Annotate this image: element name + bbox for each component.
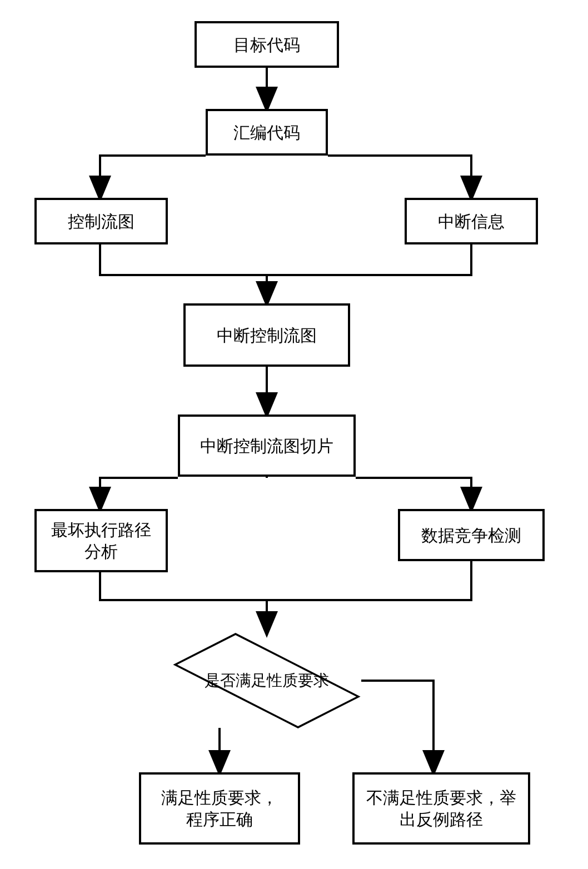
node-label: 不满足性质要求，举 出反例路径 xyxy=(366,787,516,830)
node-label: 中断控制流图切片 xyxy=(200,435,333,457)
node-interrupt-cfg: 中断控制流图 xyxy=(183,303,350,367)
node-label: 满足性质要求， 程序正确 xyxy=(161,787,278,830)
node-result-correct: 满足性质要求， 程序正确 xyxy=(139,772,300,845)
node-interrupt-info: 中断信息 xyxy=(405,198,538,244)
node-assembly-code: 汇编代码 xyxy=(206,109,328,156)
node-label: 控制流图 xyxy=(68,211,134,232)
node-data-race-detection: 数据竞争检测 xyxy=(398,509,545,561)
node-label: 中断控制流图 xyxy=(217,324,317,346)
node-label: 中断信息 xyxy=(438,211,505,232)
node-interrupt-cfg-slice: 中断控制流图切片 xyxy=(178,414,356,477)
node-label: 目标代码 xyxy=(233,34,300,56)
node-target-code: 目标代码 xyxy=(195,21,339,68)
node-label: 最坏执行路径 分析 xyxy=(51,519,151,562)
node-result-counterexample: 不满足性质要求，举 出反例路径 xyxy=(352,772,530,845)
node-decision-property: 是否满足性质要求 xyxy=(172,633,361,728)
node-label: 汇编代码 xyxy=(233,122,300,143)
node-label: 是否满足性质要求 xyxy=(205,670,329,691)
node-label: 数据竞争检测 xyxy=(421,525,521,546)
node-control-flow-graph: 控制流图 xyxy=(34,198,168,244)
node-worst-path-analysis: 最坏执行路径 分析 xyxy=(34,509,168,572)
